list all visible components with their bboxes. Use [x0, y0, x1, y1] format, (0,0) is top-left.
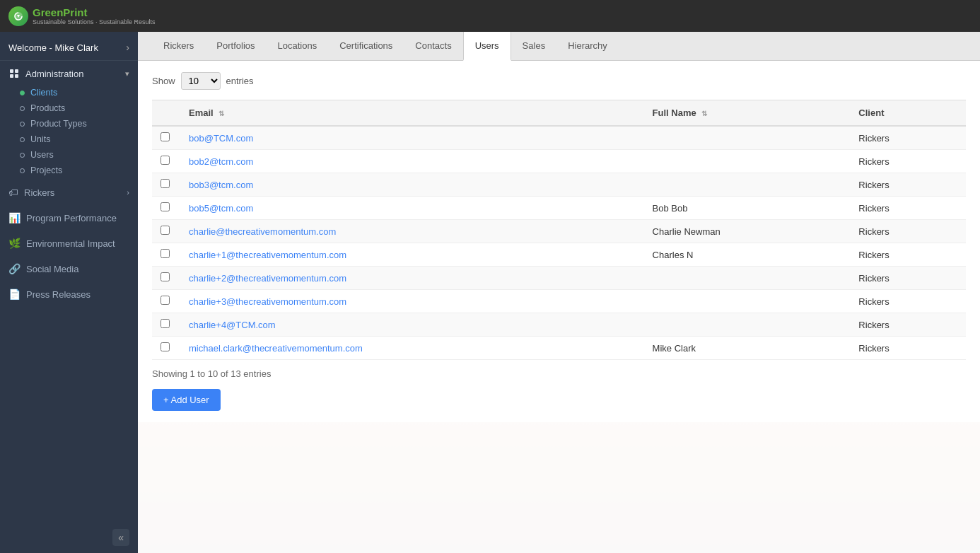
row-email: bob3@tcm.com [180, 173, 644, 197]
logo-tagline: Sustainable Solutions · Sustainable Resu… [33, 18, 156, 25]
table-row: charlie+1@thecreativemomentum.com Charle… [152, 243, 966, 267]
admin-section-header[interactable]: Administration ▾ [0, 61, 138, 83]
tab-rickers[interactable]: Rickers [152, 32, 205, 61]
row-email: bob@TCM.com [180, 126, 644, 150]
sidebar-item-product-types[interactable]: Product Types [0, 116, 138, 132]
clients-label: Clients [30, 88, 57, 98]
sidebar-item-clients[interactable]: Clients [0, 85, 138, 100]
svg-rect-1 [10, 69, 13, 73]
table-body: bob@TCM.com Rickers bob2@tcm.com Rickers… [152, 126, 966, 360]
table-area: Show 10 25 50 100 entries Email [138, 61, 980, 422]
main-layout: Welcome - Mike Clark › Administration [0, 32, 980, 553]
sidebar-item-products[interactable]: Products [0, 100, 138, 116]
dot [20, 122, 25, 127]
table-row: charlie+2@thecreativemomentum.com Ricker… [152, 267, 966, 290]
row-client: Rickers [850, 197, 966, 220]
row-client: Rickers [850, 126, 966, 150]
nav-program-performance[interactable]: 📊 Program Performance [0, 205, 138, 231]
row-checkbox-cell [152, 337, 180, 360]
program-performance-label: Program Performance [26, 213, 117, 223]
email-link[interactable]: bob2@tcm.com [189, 156, 253, 167]
tab-hierarchy[interactable]: Hierarchy [556, 32, 619, 61]
email-link[interactable]: bob@TCM.com [189, 133, 253, 144]
units-label: Units [30, 134, 50, 144]
collapse-sidebar-button[interactable]: « [112, 529, 129, 546]
tab-locations[interactable]: Locations [267, 32, 329, 61]
row-checkbox[interactable] [161, 179, 170, 188]
nav-environmental-impact[interactable]: 🌿 Environmental Impact [0, 231, 138, 256]
row-fullname [644, 150, 851, 173]
row-checkbox-cell [152, 173, 180, 197]
col-checkbox [152, 100, 180, 127]
projects-label: Projects [30, 165, 62, 175]
email-link[interactable]: charlie+4@TCM.com [189, 320, 276, 330]
sidebar-welcome[interactable]: Welcome - Mike Clark › [0, 32, 138, 61]
row-checkbox-cell [152, 267, 180, 290]
sidebar-item-units[interactable]: Units [0, 132, 138, 147]
fullname-sort-icon[interactable]: ⇅ [701, 110, 707, 117]
row-email: bob2@tcm.com [180, 150, 644, 173]
col-email: Email ⇅ [180, 100, 644, 127]
row-fullname [644, 173, 851, 197]
admin-sub-items: Clients Products Product Types Units Use… [0, 83, 138, 180]
table-header-row: Email ⇅ Full Name ⇅ Client [152, 100, 966, 127]
sidebar-item-users[interactable]: Users [0, 147, 138, 163]
tab-portfolios[interactable]: Portfolios [205, 32, 266, 61]
row-client: Rickers [850, 267, 966, 290]
row-checkbox[interactable] [161, 202, 170, 211]
tag-icon: 🏷 [8, 187, 18, 198]
show-entries-control: Show 10 25 50 100 entries [152, 72, 966, 90]
tab-contacts[interactable]: Contacts [404, 32, 462, 61]
table-row: michael.clark@thecreativemomentum.com Mi… [152, 337, 966, 360]
row-email: charlie+2@thecreativemomentum.com [180, 267, 644, 290]
svg-rect-4 [15, 74, 18, 78]
table-row: bob2@tcm.com Rickers [152, 150, 966, 173]
row-checkbox-cell [152, 220, 180, 243]
row-fullname: Mike Clark [644, 337, 851, 360]
row-checkbox[interactable] [161, 132, 170, 141]
dot [20, 137, 25, 142]
table-footer: Showing 1 to 10 of 13 entries [152, 360, 966, 383]
row-fullname [644, 290, 851, 313]
email-link[interactable]: michael.clark@thecreativemomentum.com [189, 343, 363, 354]
add-user-button[interactable]: + Add User [152, 389, 221, 411]
row-fullname [644, 313, 851, 337]
email-link[interactable]: bob5@tcm.com [189, 203, 253, 214]
nav-social-media[interactable]: 🔗 Social Media [0, 256, 138, 281]
row-fullname [644, 126, 851, 150]
sidebar: Welcome - Mike Clark › Administration [0, 32, 138, 553]
tab-certifications[interactable]: Certifications [328, 32, 404, 61]
welcome-text: Welcome - Mike Clark [8, 42, 98, 53]
header: GreenPrint Sustainable Solutions · Susta… [0, 0, 980, 32]
email-link[interactable]: charlie@thecreativemomentum.com [189, 226, 336, 237]
per-page-select[interactable]: 10 25 50 100 [181, 72, 221, 90]
row-checkbox-cell [152, 313, 180, 337]
row-checkbox[interactable] [161, 342, 170, 351]
row-checkbox[interactable] [161, 226, 170, 235]
row-checkbox-cell [152, 197, 180, 220]
environmental-impact-label: Environmental Impact [26, 238, 115, 249]
row-checkbox-cell [152, 150, 180, 173]
email-link[interactable]: charlie+2@thecreativemomentum.com [189, 273, 346, 284]
sidebar-item-projects[interactable]: Projects [0, 163, 138, 178]
email-link[interactable]: charlie+3@thecreativemomentum.com [189, 296, 346, 307]
col-fullname: Full Name ⇅ [644, 100, 851, 127]
email-link[interactable]: charlie+1@thecreativemomentum.com [189, 250, 346, 260]
row-checkbox[interactable] [161, 296, 170, 305]
row-checkbox[interactable] [161, 249, 170, 258]
email-sort-icon[interactable]: ⇅ [218, 110, 224, 117]
row-checkbox[interactable] [161, 319, 170, 328]
share-icon: 🔗 [8, 263, 21, 274]
nav-press-releases[interactable]: 📄 Press Releases [0, 281, 138, 307]
tab-sales[interactable]: Sales [511, 32, 557, 61]
email-link[interactable]: bob3@tcm.com [189, 180, 253, 190]
row-client: Rickers [850, 337, 966, 360]
row-checkbox[interactable] [161, 272, 170, 281]
row-checkbox[interactable] [161, 156, 170, 165]
nav-rickers[interactable]: 🏷 Rickers › [0, 180, 138, 205]
logo-name: GreenPrint [33, 6, 156, 18]
active-dot [20, 91, 25, 95]
tab-users[interactable]: Users [463, 32, 511, 61]
add-user-label: + Add User [163, 395, 209, 405]
row-client: Rickers [850, 150, 966, 173]
